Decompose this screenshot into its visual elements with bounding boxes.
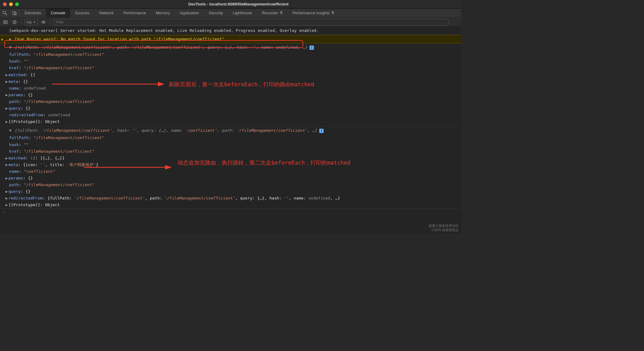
console-output: [webpack-dev-server] Server started: Hot… — [0, 27, 461, 234]
svg-rect-1 — [13, 12, 15, 15]
chevron-down-icon: ▼ — [33, 21, 36, 24]
devtools-tabs: Elements Console Sources Network Perform… — [0, 9, 461, 18]
disclosure-triangle-icon[interactable]: ▶ — [9, 36, 12, 43]
live-expression-icon[interactable] — [40, 19, 47, 26]
tab-network[interactable]: Network — [94, 9, 119, 17]
close-window-button[interactable] — [3, 2, 7, 6]
object-property[interactable]: fullPath: "/fileManagement/coefficient" … — [0, 51, 461, 125]
console-toolbar: top ▼ — [0, 18, 461, 27]
tab-elements[interactable]: Elements — [20, 9, 46, 17]
execution-context-select[interactable]: top ▼ — [25, 19, 38, 26]
console-sidebar-toggle-icon[interactable] — [2, 19, 9, 26]
maximize-window-button[interactable] — [15, 2, 19, 6]
device-toolbar-icon[interactable] — [10, 9, 19, 17]
tab-performance[interactable]: Performance — [118, 9, 151, 17]
info-badge-icon[interactable]: i — [310, 46, 314, 50]
log-message[interactable]: [webpack-dev-server] Server started: Hot… — [0, 27, 461, 35]
tab-console[interactable]: Console — [46, 9, 70, 17]
annotation-text: 刷新页面后，第一次走beforeEach，打印的路由matched — [169, 81, 314, 88]
tab-performance-insights[interactable]: Performance insights ⚗ — [288, 9, 339, 17]
traffic-lights — [3, 2, 19, 6]
tab-security[interactable]: Security — [204, 9, 228, 17]
inspect-element-icon[interactable] — [0, 9, 10, 17]
disclosure-triangle-icon[interactable]: ▼ — [9, 44, 12, 51]
context-label: top — [27, 20, 32, 24]
tab-memory[interactable]: Memory — [151, 9, 175, 17]
tab-lighthouse[interactable]: Lighthouse — [228, 9, 257, 17]
console-prompt[interactable]: › — [0, 208, 461, 216]
watermark: @稀土掘金技术社区 CSDN @壹技绝尘 — [429, 223, 459, 232]
log-object[interactable]: ▼ {fullPath: '/fileManagement/coefficien… — [0, 43, 461, 51]
window-titlebar: DevTools - localhost:8080/fileManagement… — [0, 0, 461, 9]
log-object[interactable]: ▼ {fullPath: '/fileManagement/coefficien… — [0, 127, 461, 135]
annotation-text: 动态追加完路由，执行跳转，第二次走beforeEach，打印的matched — [177, 159, 351, 166]
filter-input[interactable] — [53, 19, 448, 26]
tab-application[interactable]: Application — [175, 9, 204, 17]
info-badge-icon[interactable]: i — [319, 129, 324, 133]
minimize-window-button[interactable] — [9, 2, 13, 6]
tab-sources[interactable]: Sources — [70, 9, 94, 17]
clear-console-icon[interactable] — [11, 19, 18, 26]
svg-point-6 — [43, 22, 44, 22]
log-warning[interactable]: ▶ [Vue Router warn]: No match found for … — [0, 35, 461, 43]
tab-recorder[interactable]: Recorder ⚗ — [257, 9, 288, 17]
disclosure-triangle-icon[interactable]: ▼ — [9, 127, 12, 134]
object-property[interactable]: fullPath: "/fileManagement/coefficient" … — [0, 135, 461, 208]
window-title: DevTools - localhost:8080/fileManagement… — [19, 2, 458, 6]
